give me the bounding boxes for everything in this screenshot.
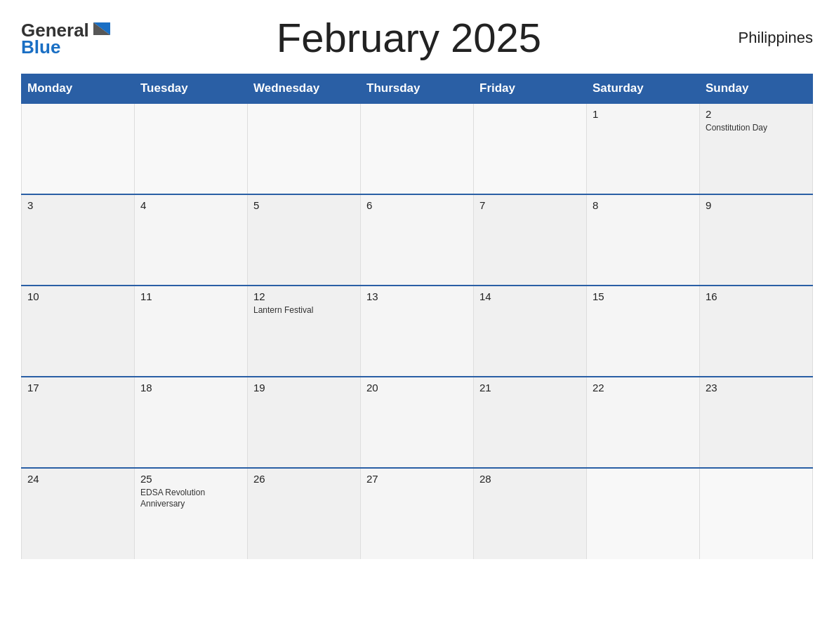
- calendar-cell-week1-day7: 2Constitution Day: [700, 103, 813, 194]
- day-number: 4: [140, 199, 241, 211]
- calendar-cell-week5-day7: [700, 468, 813, 559]
- day-number: 26: [253, 473, 355, 485]
- calendar-cell-week5-day4: 27: [361, 468, 474, 559]
- event-label: Lantern Festival: [253, 305, 355, 316]
- logo-blue-text: Blue: [21, 38, 60, 56]
- event-label: Constitution Day: [706, 123, 807, 134]
- calendar-header: MondayTuesdayWednesdayThursdayFridaySatu…: [22, 74, 813, 104]
- logo-triangle-icon: [91, 20, 110, 39]
- calendar-cell-week1-day2: [135, 103, 248, 194]
- calendar-cell-week2-day1: 3: [22, 194, 135, 286]
- calendar-cell-week5-day1: 24: [22, 468, 135, 559]
- country-label: Philippines: [708, 29, 813, 47]
- calendar-week-1: 12Constitution Day: [22, 103, 813, 194]
- calendar-cell-week2-day2: 4: [135, 194, 248, 286]
- day-number: 12: [253, 290, 355, 302]
- calendar-cell-week2-day6: 8: [587, 194, 700, 286]
- day-number: 21: [479, 382, 581, 394]
- day-number: 18: [140, 382, 241, 394]
- day-number: 28: [479, 473, 581, 485]
- calendar-week-2: 3456789: [22, 194, 813, 286]
- calendar-cell-week1-day1: [22, 103, 135, 194]
- calendar-cell-week3-day7: 16: [700, 286, 813, 377]
- calendar-cell-week4-day7: 23: [700, 377, 813, 468]
- day-number: 14: [479, 290, 581, 302]
- calendar-week-5: 2425EDSA Revolution Anniversary262728: [22, 468, 813, 559]
- calendar-week-3: 101112Lantern Festival13141516: [22, 286, 813, 377]
- calendar-cell-week3-day1: 10: [22, 286, 135, 377]
- day-number: 8: [593, 199, 694, 211]
- calendar-cell-week2-day3: 5: [248, 194, 361, 286]
- day-number: 16: [706, 290, 807, 302]
- calendar-week-4: 17181920212223: [22, 377, 813, 468]
- day-number: 25: [140, 473, 241, 485]
- weekday-header-friday: Friday: [474, 74, 587, 104]
- calendar-cell-week1-day5: [474, 103, 587, 194]
- calendar-cell-week3-day5: 14: [474, 286, 587, 377]
- day-number: 7: [479, 199, 581, 211]
- calendar-body: 12Constitution Day3456789101112Lantern F…: [22, 103, 813, 559]
- day-number: 9: [706, 199, 807, 211]
- calendar-cell-week1-day3: [248, 103, 361, 194]
- calendar-table: MondayTuesdayWednesdayThursdayFridaySatu…: [21, 74, 813, 559]
- calendar-cell-week4-day2: 18: [135, 377, 248, 468]
- calendar-cell-week3-day2: 11: [135, 286, 248, 377]
- calendar-cell-week2-day5: 7: [474, 194, 587, 286]
- weekday-header-sunday: Sunday: [700, 74, 813, 104]
- calendar-cell-week4-day6: 22: [587, 377, 700, 468]
- page-title: February 2025: [110, 14, 708, 61]
- day-number: 10: [27, 290, 128, 302]
- day-number: 5: [253, 199, 355, 211]
- calendar-cell-week4-day3: 19: [248, 377, 361, 468]
- calendar-cell-week4-day1: 17: [22, 377, 135, 468]
- calendar-cell-week2-day7: 9: [700, 194, 813, 286]
- day-number: 13: [366, 290, 468, 302]
- day-number: 3: [27, 199, 128, 211]
- weekday-header-saturday: Saturday: [587, 74, 700, 104]
- header: General Blue February 2025 Philippines: [21, 14, 813, 61]
- day-number: 15: [593, 290, 694, 302]
- calendar-cell-week3-day6: 15: [587, 286, 700, 377]
- day-number: 17: [27, 382, 128, 394]
- day-number: 1: [593, 108, 694, 120]
- day-number: 2: [706, 108, 807, 120]
- weekday-header-monday: Monday: [22, 74, 135, 104]
- calendar-cell-week5-day5: 28: [474, 468, 587, 559]
- day-number: 27: [366, 473, 468, 485]
- day-number: 22: [593, 382, 694, 394]
- day-number: 11: [140, 290, 241, 302]
- weekday-header-wednesday: Wednesday: [248, 74, 361, 104]
- calendar-cell-week5-day6: [587, 468, 700, 559]
- weekday-header-tuesday: Tuesday: [135, 74, 248, 104]
- calendar-cell-week3-day3: 12Lantern Festival: [248, 286, 361, 377]
- day-number: 6: [366, 199, 468, 211]
- weekday-header-row: MondayTuesdayWednesdayThursdayFridaySatu…: [22, 74, 813, 104]
- calendar-cell-week1-day6: 1: [587, 103, 700, 194]
- calendar-cell-week1-day4: [361, 103, 474, 194]
- day-number: 24: [27, 473, 128, 485]
- calendar-cell-week5-day3: 26: [248, 468, 361, 559]
- day-number: 19: [253, 382, 355, 394]
- weekday-header-thursday: Thursday: [361, 74, 474, 104]
- calendar-cell-week3-day4: 13: [361, 286, 474, 377]
- calendar-cell-week5-day2: 25EDSA Revolution Anniversary: [135, 468, 248, 559]
- calendar-cell-week4-day4: 20: [361, 377, 474, 468]
- calendar-cell-week4-day5: 21: [474, 377, 587, 468]
- day-number: 20: [366, 382, 468, 394]
- calendar-cell-week2-day4: 6: [361, 194, 474, 286]
- event-label: EDSA Revolution Anniversary: [140, 488, 241, 509]
- logo: General Blue: [21, 20, 110, 56]
- day-number: 23: [706, 382, 807, 394]
